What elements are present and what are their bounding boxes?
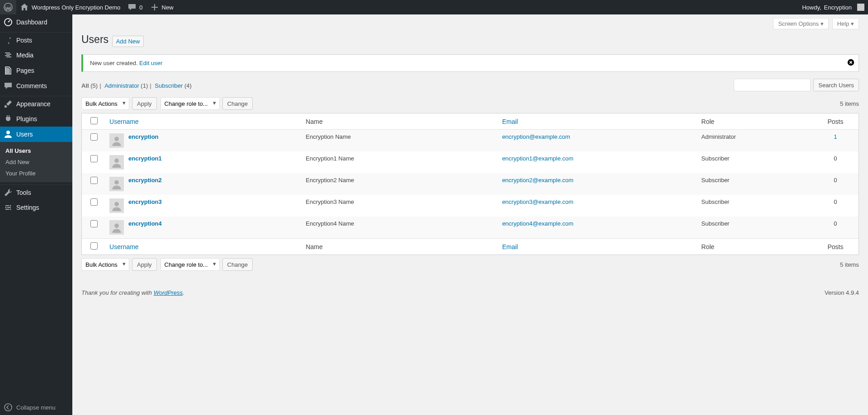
plug-icon: [4, 114, 13, 123]
dashboard-icon: [4, 18, 13, 27]
sidebar-subitem-all-users[interactable]: All Users: [0, 145, 72, 156]
sidebar-subitem-add-new[interactable]: Add New: [0, 156, 72, 168]
dismiss-notice-button[interactable]: [847, 58, 855, 68]
row-checkbox[interactable]: [90, 198, 98, 206]
filter-administrator[interactable]: Administrator: [104, 82, 139, 89]
sidebar-item-users[interactable]: Users: [0, 127, 72, 142]
apply-bulk-top[interactable]: Apply: [132, 97, 157, 110]
sidebar-item-posts[interactable]: Posts: [0, 32, 72, 47]
user-email-link[interactable]: encryption1@example.com: [502, 155, 574, 162]
sidebar-item-tools[interactable]: Tools: [0, 184, 72, 200]
sidebar-item-label: Posts: [16, 37, 32, 44]
site-name-menu[interactable]: Wordpress Only Encryption Demo: [16, 0, 124, 14]
row-checkbox[interactable]: [90, 155, 98, 162]
avatar-icon: [111, 222, 122, 233]
username-link[interactable]: encryption: [128, 133, 158, 140]
apply-bulk-bottom[interactable]: Apply: [132, 258, 157, 271]
tablenav-bottom: Bulk Actions Apply Change role to... Cha…: [81, 258, 859, 271]
filter-all[interactable]: All: [81, 82, 89, 89]
user-posts-count: 0: [834, 220, 837, 227]
col-username[interactable]: Username: [109, 118, 139, 125]
sidebar-item-media[interactable]: Media: [0, 47, 72, 63]
filter-admin-count: (1): [141, 82, 148, 89]
comments-menu[interactable]: 0: [124, 0, 146, 14]
user-role-cell: Administrator: [697, 130, 812, 151]
user-posts-count: 0: [834, 177, 837, 184]
tablenav-top: Bulk Actions Apply Change role to... Cha…: [81, 97, 859, 110]
sidebar-item-plugins[interactable]: Plugins: [0, 111, 72, 127]
avatar: [109, 177, 124, 191]
search-users-button[interactable]: Search Users: [813, 79, 859, 91]
col-username-foot[interactable]: Username: [109, 243, 139, 250]
my-account-menu[interactable]: Howdy, Encryption: [798, 0, 868, 14]
col-name: Name: [301, 113, 497, 130]
user-email-link[interactable]: encryption@example.com: [502, 133, 570, 140]
sidebar-subitem-your-profile[interactable]: Your Profile: [0, 168, 72, 179]
wrench-icon: [4, 188, 13, 197]
bulk-action-select-bottom[interactable]: Bulk Actions: [81, 258, 129, 271]
sidebar-item-label: Comments: [16, 82, 47, 90]
comments-count: 0: [139, 4, 142, 11]
col-name-foot: Name: [301, 238, 497, 255]
edit-user-link[interactable]: Edit user: [139, 60, 162, 66]
user-role-cell: Subscriber: [697, 151, 812, 173]
avatar-icon: [857, 4, 864, 11]
filter-subscriber[interactable]: Subscriber: [155, 82, 183, 89]
col-email-foot[interactable]: Email: [502, 243, 518, 250]
sidebar-item-label: Tools: [16, 189, 31, 196]
username-link[interactable]: encryption3: [128, 198, 162, 205]
user-role-cell: Subscriber: [697, 217, 812, 238]
sidebar-item-label: Users: [16, 131, 33, 138]
change-role-select-bottom[interactable]: Change role to...: [160, 258, 220, 271]
sidebar-submenu-users: All UsersAdd NewYour Profile: [0, 142, 72, 182]
table-row: encryption3Encryption3 Nameencryption3@e…: [82, 195, 859, 217]
close-icon: [847, 58, 855, 66]
user-name-cell: Encryption3 Name: [301, 195, 497, 217]
user-email-link[interactable]: encryption3@example.com: [502, 198, 574, 205]
sidebar-item-appearance[interactable]: Appearance: [0, 96, 72, 111]
row-checkbox[interactable]: [90, 133, 98, 141]
notice-text: New user created.: [90, 60, 139, 66]
username-link[interactable]: encryption4: [128, 220, 162, 227]
pin-icon: [4, 36, 13, 45]
username-link[interactable]: encryption1: [128, 155, 162, 162]
col-role-foot: Role: [697, 238, 812, 255]
add-new-user-button[interactable]: Add New: [112, 36, 144, 47]
page-title: Users: [81, 29, 108, 47]
brush-icon: [4, 99, 13, 108]
user-posts-link[interactable]: 1: [834, 133, 837, 140]
current-user-name: Encryption: [824, 4, 852, 11]
bulk-action-select-top[interactable]: Bulk Actions: [81, 97, 129, 110]
sidebar-item-pages[interactable]: Pages: [0, 63, 72, 78]
user-email-link[interactable]: encryption4@example.com: [502, 220, 574, 227]
select-all-checkbox-top[interactable]: [90, 117, 98, 124]
footer-wordpress-link[interactable]: WordPress: [154, 289, 183, 296]
help-toggle[interactable]: Help: [832, 19, 859, 29]
screen-options-toggle[interactable]: Screen Options: [773, 19, 828, 29]
row-checkbox[interactable]: [90, 220, 98, 227]
username-link[interactable]: encryption2: [128, 177, 162, 184]
filter-all-count: (5): [90, 82, 98, 89]
search-users-input[interactable]: [734, 79, 811, 91]
select-all-checkbox-bottom[interactable]: [90, 242, 98, 250]
sidebar-item-label: Pages: [16, 67, 34, 74]
change-role-select-top[interactable]: Change role to...: [160, 97, 220, 110]
sidebar-item-comments[interactable]: Comments: [0, 78, 72, 94]
avatar-icon: [111, 135, 122, 146]
avatar-icon: [111, 179, 122, 189]
new-content-menu[interactable]: New: [146, 0, 177, 14]
wp-logo-menu[interactable]: [0, 0, 16, 14]
sidebar-item-label: Settings: [16, 204, 39, 211]
sidebar-item-settings[interactable]: Settings: [0, 200, 72, 215]
avatar-icon: [111, 200, 122, 211]
sidebar-item-label: Media: [16, 52, 33, 59]
row-checkbox[interactable]: [90, 177, 98, 184]
sidebar-item-label: Plugins: [16, 115, 37, 123]
change-role-button-top[interactable]: Change: [222, 97, 253, 110]
footer-thankyou: Thank you for creating with: [81, 289, 154, 296]
sidebar-item-dashboard[interactable]: Dashboard: [0, 14, 72, 30]
user-email-link[interactable]: encryption2@example.com: [502, 177, 574, 184]
user-name-cell: Encryption4 Name: [301, 217, 497, 238]
col-email[interactable]: Email: [502, 118, 518, 125]
change-role-button-bottom[interactable]: Change: [222, 258, 253, 271]
